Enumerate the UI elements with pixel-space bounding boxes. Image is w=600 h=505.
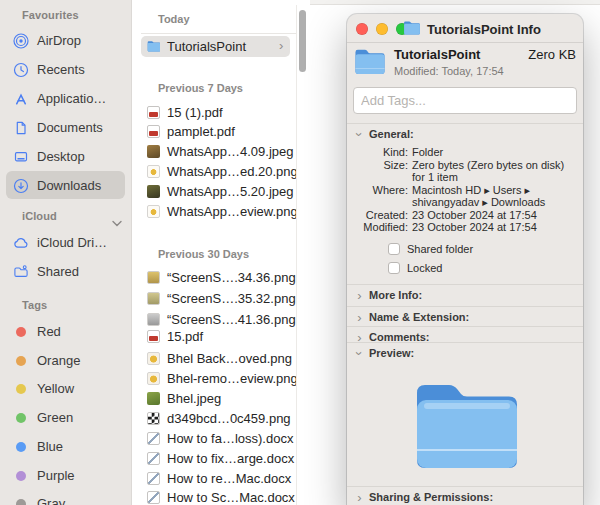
file-name: TutorialsPoint [167,39,246,54]
sidebar-tag-red[interactable]: Red [0,317,131,346]
file-row[interactable]: Bhel.jpeg [132,389,302,408]
sidebar-item-label: Documents [37,120,103,135]
file-row[interactable]: How to fix…arge.docx [132,449,302,468]
locked-checkbox[interactable] [388,262,400,274]
traffic-lights [356,23,408,35]
detail-row-created: Created:23 October 2024 at 17:54 [347,209,581,222]
file-row[interactable]: Bhel-remo…eview.png [132,369,302,388]
file-row[interactable]: “ScreenS….35.32.png [132,289,302,308]
general-details: Kind:Folder Size:Zero bytes (Zero bytes … [347,146,581,234]
clock-icon [13,62,29,78]
sidebar: Favourites AirDrop Recents Applicatio… D… [0,0,132,505]
section-preview[interactable]: › Preview: [347,342,583,363]
airdrop-icon [13,33,29,49]
file-row[interactable]: How to Sc…Mac.docx [132,488,302,505]
section-label: Name & Extension: [369,311,469,323]
mini-folder-icon [403,20,421,39]
file-row[interactable]: WhatsApp…4.09.jpeg [132,142,302,161]
info-titlebar[interactable]: TutorialsPoint Info [347,14,583,43]
tag-label: Gray [37,496,65,505]
folder-icon [147,40,160,53]
scrollbar-thumb[interactable] [299,10,306,72]
sidebar-item-label: Shared [37,264,79,279]
file-row[interactable]: WhatsApp…ed.20.png [132,162,302,181]
file-row[interactable]: How to fa…loss).docx [132,429,302,448]
document-icon [13,120,29,136]
group-header-prev7: Previous 7 Days [158,82,243,94]
section-name-extension[interactable]: › Name & Extension: [347,306,583,327]
sidebar-item-icloud-drive[interactable]: iCloud Dri… [0,228,131,257]
download-icon [13,178,29,194]
icloud-header: iCloud [22,210,57,222]
file-row[interactable]: WhatsApp…5.20.jpeg [132,182,302,201]
file-row[interactable]: Bhel Back…oved.png [132,349,302,368]
locked-checkbox-row: Locked [388,262,442,274]
tag-label: Red [37,324,61,339]
sidebar-item-documents[interactable]: Documents [0,113,131,142]
sidebar-tag-purple[interactable]: Purple [0,461,131,490]
minimize-button[interactable] [376,23,388,35]
section-general[interactable]: › General: [347,123,583,144]
sidebar-item-downloads[interactable]: Downloads [0,171,131,200]
chevron-right-icon: › [279,39,283,52]
sidebar-item-label: Desktop [37,149,85,164]
info-item-name: TutorialsPoint [394,47,480,62]
scrollbar-track [296,5,309,505]
file-row[interactable]: d349bcd…0c459.png [132,409,302,428]
checkbox-label: Locked [407,262,442,274]
file-row[interactable]: pamplet.pdf [132,122,302,141]
tag-dot-blue [16,442,26,452]
file-row-tutorialspoint[interactable]: TutorialsPoint [132,36,302,57]
group-header-prev30: Previous 30 Days [158,248,249,260]
file-name: Bhel Back…oved.png [167,351,292,366]
sidebar-item-applications[interactable]: Applicatio… [0,84,131,113]
file-name: How to fix…arge.docx [167,451,294,466]
sidebar-item-airdrop[interactable]: AirDrop [0,26,131,55]
tag-label: Orange [37,353,80,368]
sidebar-item-desktop[interactable]: Desktop [0,142,131,171]
finder-screen: Favourites AirDrop Recents Applicatio… D… [0,0,600,505]
file-row[interactable]: WhatsApp…eview.png [132,202,302,221]
file-row[interactable]: How to re…Mac.docx [132,469,302,488]
section-sharing-permissions[interactable]: › Sharing & Permissions: [347,486,583,505]
close-button[interactable] [356,23,368,35]
favourites-header: Favourites [22,9,79,21]
file-name: “ScreenS….41.36.png [167,312,296,327]
sidebar-tag-gray[interactable]: Gray [0,489,131,505]
section-label: Preview: [369,347,414,359]
file-row[interactable]: “ScreenS….34.36.png [132,268,302,287]
sidebar-tag-yellow[interactable]: Yellow [0,374,131,403]
file-row[interactable]: 15 (1).pdf [132,103,302,122]
sidebar-tag-green[interactable]: Green [0,403,131,432]
shared-folder-checkbox[interactable] [388,243,400,255]
file-row[interactable]: 15.pdf [132,327,302,346]
tag-dot-purple [16,471,26,481]
detail-row-size: Size:Zero bytes (Zero bytes on disk) for… [347,159,581,184]
sidebar-tag-blue[interactable]: Blue [0,432,131,461]
file-name: 15 (1).pdf [167,105,223,120]
screenshot-thumbnail-icon [147,292,160,305]
file-name: How to fa…loss).docx [167,431,293,446]
sidebar-item-recents[interactable]: Recents [0,55,131,84]
file-name: WhatsApp…5.20.jpeg [167,184,293,199]
detail-row-modified: Modified:23 October 2024 at 17:54 [347,221,581,234]
sidebar-item-label: iCloud Dri… [37,235,107,250]
file-name: How to re…Mac.docx [167,471,291,486]
docx-icon [147,452,160,465]
sidebar-item-label: AirDrop [37,33,81,48]
group-divider [141,33,296,34]
add-tags-input[interactable] [353,87,577,114]
preview-folder-icon [412,376,522,475]
file-name: pamplet.pdf [167,124,235,139]
image-thumbnail-icon [147,145,160,158]
section-more-info[interactable]: › More Info: [347,284,583,305]
tag-dot-gray [16,499,26,505]
tag-dot-red [16,327,26,337]
pdf-icon [147,125,160,138]
file-name: “ScreenS….34.36.png [167,270,296,285]
sidebar-tag-orange[interactable]: Orange [0,346,131,375]
image-thumbnail-icon [147,352,160,365]
sidebar-item-shared[interactable]: Shared [0,257,131,286]
file-name: 15.pdf [167,329,203,344]
info-folder-icon [354,47,386,79]
